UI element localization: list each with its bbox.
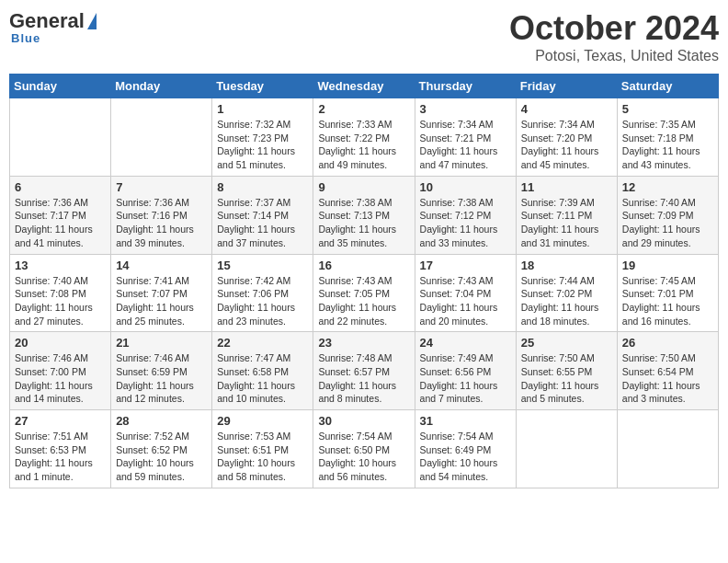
day-info: Sunrise: 7:36 AMSunset: 7:16 PMDaylight:… bbox=[116, 196, 207, 250]
day-info: Sunrise: 7:39 AMSunset: 7:11 PMDaylight:… bbox=[521, 196, 612, 250]
calendar-week-row: 13Sunrise: 7:40 AMSunset: 7:08 PMDayligh… bbox=[10, 254, 719, 332]
day-info: Sunrise: 7:49 AMSunset: 6:56 PMDaylight:… bbox=[420, 351, 511, 406]
day-number: 17 bbox=[420, 259, 511, 272]
calendar-week-row: 1Sunrise: 7:32 AMSunset: 7:23 PMDaylight… bbox=[10, 98, 719, 177]
calendar-cell: 20Sunrise: 7:46 AMSunset: 7:00 PMDayligh… bbox=[10, 332, 111, 410]
day-number: 13 bbox=[15, 259, 106, 272]
calendar-cell: 23Sunrise: 7:48 AMSunset: 6:57 PMDayligh… bbox=[313, 332, 415, 410]
day-number: 16 bbox=[318, 259, 409, 272]
calendar-cell: 5Sunrise: 7:35 AMSunset: 7:18 PMDaylight… bbox=[617, 98, 718, 177]
calendar-cell: 18Sunrise: 7:44 AMSunset: 7:02 PMDayligh… bbox=[516, 254, 617, 332]
logo-triangle-icon bbox=[87, 13, 97, 29]
day-number: 31 bbox=[420, 414, 511, 428]
calendar-cell: 8Sunrise: 7:37 AMSunset: 7:14 PMDaylight… bbox=[212, 176, 313, 254]
day-info: Sunrise: 7:47 AMSunset: 6:58 PMDaylight:… bbox=[217, 351, 308, 406]
calendar-cell: 10Sunrise: 7:38 AMSunset: 7:12 PMDayligh… bbox=[415, 176, 516, 254]
day-number: 2 bbox=[318, 102, 409, 116]
day-number: 27 bbox=[15, 414, 106, 428]
calendar-cell: 19Sunrise: 7:45 AMSunset: 7:01 PMDayligh… bbox=[617, 254, 718, 332]
calendar-cell: 24Sunrise: 7:49 AMSunset: 6:56 PMDayligh… bbox=[415, 332, 516, 410]
day-number: 15 bbox=[217, 259, 308, 272]
calendar-cell: 22Sunrise: 7:47 AMSunset: 6:58 PMDayligh… bbox=[212, 332, 313, 410]
calendar-cell bbox=[10, 98, 111, 177]
day-info: Sunrise: 7:50 AMSunset: 6:54 PMDaylight:… bbox=[622, 351, 713, 406]
day-number: 11 bbox=[521, 180, 612, 194]
day-info: Sunrise: 7:46 AMSunset: 7:00 PMDaylight:… bbox=[15, 351, 106, 406]
day-number: 25 bbox=[521, 336, 612, 350]
day-info: Sunrise: 7:38 AMSunset: 7:12 PMDaylight:… bbox=[420, 196, 511, 250]
calendar-location: Potosi, Texas, United States bbox=[509, 48, 719, 64]
day-number: 28 bbox=[116, 414, 207, 428]
day-number: 23 bbox=[318, 336, 409, 350]
calendar-cell: 1Sunrise: 7:32 AMSunset: 7:23 PMDaylight… bbox=[212, 98, 313, 177]
page-header: General Blue October 2024 Potosi, Texas,… bbox=[9, 9, 719, 64]
day-info: Sunrise: 7:43 AMSunset: 7:05 PMDaylight:… bbox=[318, 274, 409, 328]
calendar-cell: 4Sunrise: 7:34 AMSunset: 7:20 PMDaylight… bbox=[516, 98, 617, 177]
calendar-cell: 2Sunrise: 7:33 AMSunset: 7:22 PMDaylight… bbox=[313, 98, 415, 177]
calendar-title: October 2024 bbox=[509, 9, 719, 48]
calendar-cell: 29Sunrise: 7:53 AMSunset: 6:51 PMDayligh… bbox=[212, 410, 313, 488]
calendar-cell: 31Sunrise: 7:54 AMSunset: 6:49 PMDayligh… bbox=[415, 410, 516, 488]
day-number: 4 bbox=[521, 102, 612, 116]
day-number: 5 bbox=[622, 102, 713, 116]
calendar-cell: 17Sunrise: 7:43 AMSunset: 7:04 PMDayligh… bbox=[415, 254, 516, 332]
weekday-header-friday: Friday bbox=[516, 75, 617, 98]
title-block: October 2024 Potosi, Texas, United State… bbox=[509, 9, 719, 64]
day-info: Sunrise: 7:45 AMSunset: 7:01 PMDaylight:… bbox=[622, 274, 713, 328]
day-number: 7 bbox=[116, 180, 207, 194]
logo: General Blue bbox=[9, 9, 97, 45]
weekday-header-sunday: Sunday bbox=[10, 75, 111, 98]
day-number: 21 bbox=[116, 336, 207, 350]
day-number: 8 bbox=[217, 180, 308, 194]
day-info: Sunrise: 7:51 AMSunset: 6:53 PMDaylight:… bbox=[15, 430, 106, 484]
logo-general-text: General bbox=[9, 9, 85, 33]
calendar-week-row: 27Sunrise: 7:51 AMSunset: 6:53 PMDayligh… bbox=[10, 410, 719, 488]
day-number: 14 bbox=[116, 259, 207, 272]
calendar-cell: 15Sunrise: 7:42 AMSunset: 7:06 PMDayligh… bbox=[212, 254, 313, 332]
day-info: Sunrise: 7:54 AMSunset: 6:49 PMDaylight:… bbox=[420, 430, 511, 484]
calendar-cell: 11Sunrise: 7:39 AMSunset: 7:11 PMDayligh… bbox=[516, 176, 617, 254]
day-info: Sunrise: 7:54 AMSunset: 6:50 PMDaylight:… bbox=[318, 430, 409, 484]
logo-blue-text: Blue bbox=[11, 31, 40, 45]
day-info: Sunrise: 7:46 AMSunset: 6:59 PMDaylight:… bbox=[116, 351, 207, 406]
day-info: Sunrise: 7:33 AMSunset: 7:22 PMDaylight:… bbox=[318, 118, 409, 172]
weekday-header-saturday: Saturday bbox=[617, 75, 718, 98]
day-info: Sunrise: 7:40 AMSunset: 7:08 PMDaylight:… bbox=[15, 274, 106, 328]
calendar-cell: 7Sunrise: 7:36 AMSunset: 7:16 PMDaylight… bbox=[111, 176, 212, 254]
calendar-cell: 16Sunrise: 7:43 AMSunset: 7:05 PMDayligh… bbox=[313, 254, 415, 332]
weekday-header-monday: Monday bbox=[111, 75, 212, 98]
day-info: Sunrise: 7:43 AMSunset: 7:04 PMDaylight:… bbox=[420, 274, 511, 328]
day-info: Sunrise: 7:48 AMSunset: 6:57 PMDaylight:… bbox=[318, 351, 409, 406]
weekday-header-thursday: Thursday bbox=[415, 75, 516, 98]
day-info: Sunrise: 7:32 AMSunset: 7:23 PMDaylight:… bbox=[217, 118, 308, 172]
calendar-cell bbox=[111, 98, 212, 177]
day-number: 12 bbox=[622, 180, 713, 194]
day-number: 1 bbox=[217, 102, 308, 116]
day-number: 3 bbox=[420, 102, 511, 116]
calendar-cell bbox=[617, 410, 718, 488]
weekday-header-tuesday: Tuesday bbox=[212, 75, 313, 98]
day-info: Sunrise: 7:37 AMSunset: 7:14 PMDaylight:… bbox=[217, 196, 308, 250]
calendar-cell: 14Sunrise: 7:41 AMSunset: 7:07 PMDayligh… bbox=[111, 254, 212, 332]
calendar-cell: 3Sunrise: 7:34 AMSunset: 7:21 PMDaylight… bbox=[415, 98, 516, 177]
calendar-cell: 25Sunrise: 7:50 AMSunset: 6:55 PMDayligh… bbox=[516, 332, 617, 410]
calendar-cell: 21Sunrise: 7:46 AMSunset: 6:59 PMDayligh… bbox=[111, 332, 212, 410]
calendar-week-row: 6Sunrise: 7:36 AMSunset: 7:17 PMDaylight… bbox=[10, 176, 719, 254]
calendar-week-row: 20Sunrise: 7:46 AMSunset: 7:00 PMDayligh… bbox=[10, 332, 719, 410]
calendar-cell: 26Sunrise: 7:50 AMSunset: 6:54 PMDayligh… bbox=[617, 332, 718, 410]
calendar-cell: 13Sunrise: 7:40 AMSunset: 7:08 PMDayligh… bbox=[10, 254, 111, 332]
calendar-cell: 6Sunrise: 7:36 AMSunset: 7:17 PMDaylight… bbox=[10, 176, 111, 254]
calendar-table: SundayMondayTuesdayWednesdayThursdayFrid… bbox=[9, 74, 719, 488]
day-info: Sunrise: 7:50 AMSunset: 6:55 PMDaylight:… bbox=[521, 351, 612, 406]
day-number: 24 bbox=[420, 336, 511, 350]
day-number: 20 bbox=[15, 336, 106, 350]
day-number: 30 bbox=[318, 414, 409, 428]
day-number: 10 bbox=[420, 180, 511, 194]
day-info: Sunrise: 7:34 AMSunset: 7:20 PMDaylight:… bbox=[521, 118, 612, 172]
day-info: Sunrise: 7:38 AMSunset: 7:13 PMDaylight:… bbox=[318, 196, 409, 250]
calendar-cell: 9Sunrise: 7:38 AMSunset: 7:13 PMDaylight… bbox=[313, 176, 415, 254]
day-number: 26 bbox=[622, 336, 713, 350]
day-number: 19 bbox=[622, 259, 713, 272]
day-info: Sunrise: 7:53 AMSunset: 6:51 PMDaylight:… bbox=[217, 430, 308, 484]
calendar-cell bbox=[516, 410, 617, 488]
